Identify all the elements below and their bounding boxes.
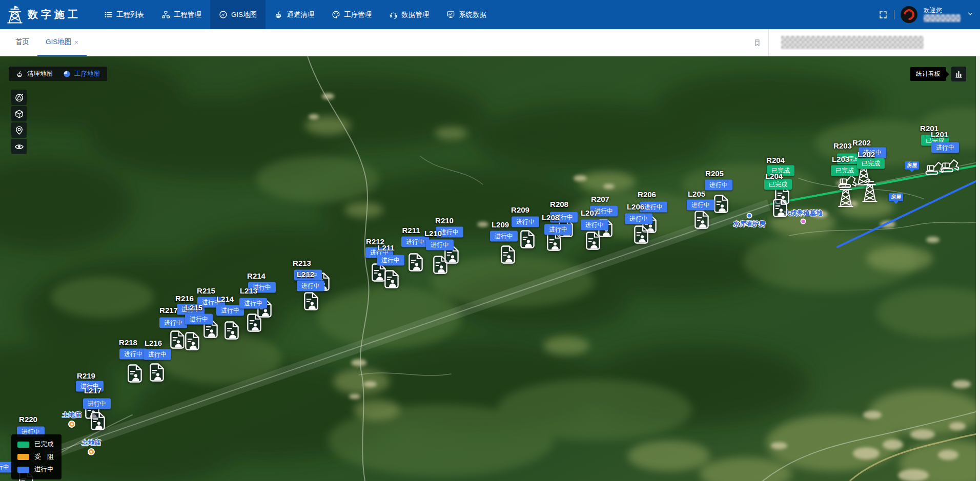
doc-marker-icon[interactable] <box>383 270 400 289</box>
status-badge[interactable]: 进行中 <box>931 142 959 153</box>
status-badge[interactable]: 进行中 <box>377 255 404 266</box>
gis-map[interactable]: 土地庙土地庙水库看护房大成养殖基地 进行中进行中进行中进行中进行中进行中进行中进… <box>0 56 980 481</box>
tower-label: R219 <box>77 371 95 380</box>
digger-marker-icon[interactable] <box>938 157 960 173</box>
headset-icon <box>389 10 398 19</box>
globe-3d-icon[interactable] <box>11 90 27 105</box>
doc-marker-icon[interactable] <box>302 292 319 311</box>
marker-layer: 进行中进行中进行中进行中进行中进行中进行中进行中进行中进行中进行中进行中进行中进… <box>0 56 980 481</box>
menu-item-channel-clear[interactable]: 通道清理 <box>266 0 323 29</box>
locate-pin-icon[interactable] <box>11 122 27 138</box>
doc-marker-icon[interactable] <box>407 253 424 272</box>
process-map-button[interactable]: 工序地图 <box>58 67 105 81</box>
status-badge[interactable]: 进行中 <box>297 281 324 291</box>
status-badge[interactable]: 进行中 <box>705 180 732 191</box>
status-badge[interactable]: 进行中 <box>185 314 213 325</box>
doc-marker-icon[interactable] <box>148 363 165 382</box>
pie-icon <box>63 70 71 78</box>
bookmark-icon[interactable] <box>746 38 768 47</box>
doc-marker-icon[interactable] <box>712 195 729 214</box>
tab-label: GIS地图 <box>46 37 71 47</box>
status-badge[interactable]: 进行中 <box>625 214 652 224</box>
doc-marker-icon[interactable] <box>126 364 143 383</box>
menu-item-label: GIS地图 <box>231 10 257 19</box>
tower-label: R220 <box>19 415 37 424</box>
tower-label: L211 <box>377 243 394 252</box>
status-badge[interactable]: 进行中 <box>83 399 111 409</box>
tower-label: R216 <box>175 294 194 303</box>
menu-item-project-list[interactable]: 工程列表 <box>95 0 153 29</box>
avatar[interactable] <box>901 6 917 23</box>
doc-marker-icon[interactable] <box>89 412 106 431</box>
tower-label: R202 <box>852 138 871 147</box>
tower-label: R214 <box>247 271 266 280</box>
status-badge[interactable]: 进行中 <box>490 231 518 242</box>
tab-close-icon[interactable]: × <box>74 38 78 46</box>
map-toolbar: 清理地图 工序地图 <box>9 67 107 81</box>
doc-marker-icon[interactable] <box>771 199 788 218</box>
tower-label: R210 <box>435 216 454 225</box>
status-badge[interactable]: 进行中 <box>239 298 267 309</box>
menu-item-data-manage[interactable]: 数据管理 <box>380 0 438 29</box>
house-pin[interactable]: 房屋 <box>889 193 903 201</box>
doc-marker-icon[interactable] <box>632 225 649 244</box>
house-pin[interactable]: 房屋 <box>905 161 919 170</box>
menu-item-gis-map[interactable]: GIS地图 <box>210 0 266 29</box>
status-badge[interactable]: 已完成 <box>857 158 885 169</box>
cube-3d-icon <box>14 109 24 119</box>
tab-bar: 首页GIS地图× <box>0 29 980 56</box>
chevron-down-icon[interactable] <box>967 10 974 19</box>
status-badge[interactable]: 进行中 <box>159 318 187 328</box>
legend-swatch <box>17 454 29 460</box>
scrollbar[interactable] <box>976 56 980 481</box>
tab-bar-divider <box>768 29 769 56</box>
tower-label: R218 <box>119 338 137 347</box>
flow-icon <box>161 10 170 19</box>
tower-label: R206 <box>638 190 656 199</box>
map-legend: 已完成受 阻进行中 <box>11 434 62 479</box>
menu-item-system-data[interactable]: 系统数据 <box>438 0 495 29</box>
status-badge[interactable]: 进行中 <box>401 237 429 247</box>
status-badge[interactable]: 已完成 <box>831 165 859 176</box>
lattice-marker-icon[interactable] <box>862 178 879 203</box>
status-badge[interactable]: 进行中 <box>581 220 608 231</box>
status-badge[interactable]: 进行中 <box>144 349 171 360</box>
clear-map-button[interactable]: 清理地图 <box>11 67 58 81</box>
doc-marker-icon[interactable] <box>223 321 240 340</box>
legend-swatch <box>17 467 29 473</box>
project-name-redacted <box>781 36 924 49</box>
menu-item-process-manage[interactable]: 工序管理 <box>323 0 380 29</box>
tower-label: R209 <box>511 205 529 214</box>
visibility-eye-icon[interactable] <box>11 139 27 154</box>
status-badge[interactable]: 进行中 <box>687 200 714 211</box>
tower-label: R217 <box>159 306 178 315</box>
visibility-eye-icon <box>14 142 24 152</box>
tower-label: L210 <box>424 229 442 238</box>
globe-3d-icon <box>14 93 24 102</box>
doc-marker-icon[interactable] <box>183 332 200 351</box>
welcome-text: 欢迎您 <box>924 7 961 13</box>
nav-right: 欢迎您 <box>879 6 980 23</box>
process-map-label: 工序地图 <box>74 70 100 78</box>
stats-panel-button[interactable] <box>951 67 966 81</box>
status-badge[interactable]: 进行中 <box>426 240 454 250</box>
tab-home[interactable]: 首页 <box>7 29 37 56</box>
doc-marker-icon[interactable] <box>519 230 536 249</box>
status-badge[interactable]: 进行中 <box>119 349 147 360</box>
status-badge[interactable]: 进行中 <box>544 224 572 235</box>
tower-label: L208 <box>542 213 559 222</box>
status-badge[interactable]: 已完成 <box>764 179 792 190</box>
tower-label: L213 <box>240 286 257 295</box>
legend-label: 受 阻 <box>34 453 54 462</box>
menu-item-label: 工序管理 <box>344 10 372 19</box>
doc-marker-icon[interactable] <box>499 245 516 264</box>
gis-icon <box>219 10 228 19</box>
menu-item-project-manage[interactable]: 工程管理 <box>153 0 210 29</box>
doc-marker-icon[interactable] <box>693 211 710 229</box>
tower-label: R203 <box>833 141 852 150</box>
tab-gis-map[interactable]: GIS地图× <box>37 29 87 56</box>
status-badge[interactable]: 进行中 <box>512 217 539 227</box>
tower-label: R205 <box>705 169 724 178</box>
cube-3d-icon[interactable] <box>11 106 27 121</box>
fullscreen-icon[interactable] <box>879 10 888 19</box>
